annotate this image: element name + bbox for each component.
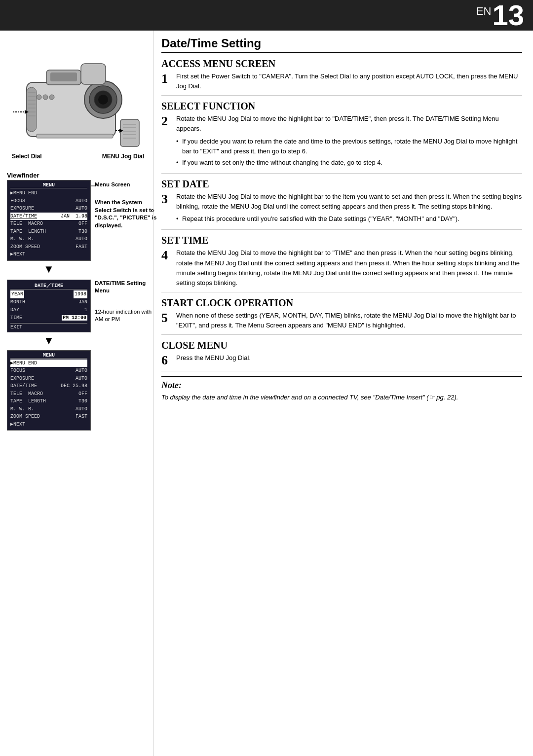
camera-svg — [12, 43, 140, 161]
header-bar: EN 13 — [0, 0, 533, 31]
step-text-2: Rotate the MENU Jog Dial to move the hig… — [176, 114, 522, 134]
step-row-2: 2 Rotate the MENU Jog Dial to move the h… — [161, 114, 522, 169]
menu-row-highlighted-2: ▶MENU END — [10, 360, 87, 367]
note-title-text: NOTE: — [161, 380, 182, 390]
menu-row: FOCUSAUTO — [10, 367, 87, 375]
menu-row: M. W. B.AUTO — [10, 235, 87, 243]
when-system-annotation: When the System Select Switch is set to … — [95, 199, 159, 229]
viewfinder-section: Viewfinder MENU ▶MENU END FOCUSAUTO EXPO… — [7, 172, 148, 431]
bullet-item: If you want to set only the time without… — [176, 158, 522, 168]
section-set-date: SET DATE 3 Rotate the MENU Jog Dial to m… — [161, 179, 522, 230]
note-section: NOTE: To display the date and time in th… — [161, 376, 522, 402]
dt-row-year: YEAR 1998 — [10, 290, 87, 298]
select-dial-label: Select Dial — [12, 153, 42, 160]
svg-point-9 — [43, 95, 48, 100]
section-select-function: SELECT FUNCTION 2 Rotate the MENU Jog Di… — [161, 101, 522, 174]
menu-row: ZOOM SPEEDFAST — [10, 413, 87, 421]
menu-row: M. W. B.AUTO — [10, 405, 87, 413]
menu-row: EXPOSUREAUTO — [10, 205, 87, 213]
dt-menu-box: DATE／TIME YEAR 1998 MONTHJAN DAY1 TIMEPM… — [7, 280, 91, 332]
step-text-1: First set the Power Switch to "CAMERA". … — [176, 72, 522, 91]
menu-row: EXPOSUREAUTO — [10, 375, 87, 383]
menu-title-2: MENU — [10, 353, 87, 359]
step-row-3: 3 Rotate the MENU Jog Dial to move the h… — [161, 192, 522, 225]
dt-menu-title: DATE／TIME — [10, 282, 87, 289]
note-title: NOTE: — [161, 380, 522, 391]
en-label: EN — [476, 5, 492, 18]
arrow-down-1: ▼ — [7, 263, 91, 276]
camera-illustration: Select Dial MENU Jog Dial — [7, 36, 145, 169]
hour-annotation: 12-hour indication with AM or PM — [95, 308, 154, 324]
menu-row: TELE MACROOFF — [10, 220, 87, 228]
step-num-2: 2 — [161, 115, 172, 128]
step-num-4: 4 — [161, 249, 172, 262]
page-title: Date/Time Setting — [161, 36, 522, 53]
menu-row-highlighted: DATE/TIMEJAN 1.98 — [10, 213, 87, 220]
bullet-list-3: Repeat this procedure until you're satis… — [176, 214, 522, 224]
left-panel: Select Dial MENU Jog Dial Viewfinder MEN… — [0, 31, 153, 756]
menu-row: TAPE LENGTHT30 — [10, 228, 87, 236]
section-set-time: SET TIME 4 Rotate the MENU Jog Dial to m… — [161, 235, 522, 292]
step-text-5: When none of these settings (YEAR, MONTH… — [176, 311, 522, 330]
note-text: To display the date and time in the view… — [161, 393, 522, 402]
annotation-line-1 — [91, 181, 97, 211]
bullet-item: Repeat this procedure until you're satis… — [176, 214, 522, 224]
dt-setting-annotation: DATE/TIME Setting Menu — [95, 280, 159, 295]
arrow-down-2: ▼ — [7, 334, 91, 347]
svg-rect-11 — [27, 87, 37, 132]
svg-rect-6 — [50, 72, 77, 81]
step-row-4: 4 Rotate the MENU Jog Dial to move the h… — [161, 248, 522, 288]
menu-row: ZOOM SPEEDFAST — [10, 243, 87, 251]
step-num-6: 6 — [161, 354, 172, 367]
step-num-5: 5 — [161, 312, 172, 324]
menu-screen-annotation: Menu Screen — [95, 181, 159, 188]
menu-row: TELE MACROOFF — [10, 390, 87, 398]
menu-row: ▶NEXT — [10, 421, 87, 429]
step-num-3: 3 — [161, 193, 172, 206]
dt-row-day: DAY1 — [10, 306, 87, 314]
dt-row-month: MONTHJAN — [10, 298, 87, 306]
dt-exit: EXIT — [10, 323, 87, 330]
svg-rect-22 — [120, 119, 139, 146]
menu-row: DATE/TIMEDEC 25.98 — [10, 382, 87, 390]
heading-set-date: SET DATE — [161, 179, 522, 190]
menu-screen-box-2: MENU ▶MENU END FOCUSAUTO EXPOSUREAUTO DA… — [7, 350, 91, 431]
step-row-1: 1 First set the Power Switch to "CAMERA"… — [161, 72, 522, 91]
step-text-6: Press the MENU Jog Dial. — [176, 353, 522, 363]
heading-select-function: SELECT FUNCTION — [161, 101, 522, 112]
menu-row: FOCUSAUTO — [10, 197, 87, 205]
svg-rect-19 — [37, 134, 113, 138]
bullet-list-2: If you decide you want to return the dat… — [176, 137, 522, 168]
menu-row: ▶MENU END — [10, 189, 87, 197]
step-row-5: 5 When none of these settings (YEAR, MON… — [161, 311, 522, 330]
step-num-1: 1 — [161, 72, 172, 85]
heading-set-time: SET TIME — [161, 235, 522, 246]
menu-title-1: MENU — [10, 182, 87, 188]
svg-point-4 — [98, 95, 108, 105]
section-close-menu: CLOSE MENU 6 Press the MENU Jog Dial. — [161, 340, 522, 371]
right-panel: Date/Time Setting ACCESS MENU SCREEN 1 F… — [153, 31, 533, 756]
step-text-4: Rotate the MENU Jog Dial to move the hig… — [176, 248, 522, 288]
heading-close-menu: CLOSE MENU — [161, 340, 522, 351]
menu-screen-box: MENU ▶MENU END FOCUSAUTO EXPOSUREAUTO DA… — [7, 180, 91, 261]
section-access-menu: ACCESS MENU SCREEN 1 First set the Power… — [161, 58, 522, 96]
svg-point-8 — [37, 95, 41, 100]
page-number: 13 — [492, 1, 524, 30]
viewfinder-label: Viewfinder — [7, 172, 148, 179]
section-start-clock: START CLOCK OPERATION 5 When none of the… — [161, 297, 522, 335]
svg-rect-7 — [81, 64, 106, 84]
dt-row-time: TIMEPM 12:00 — [10, 314, 87, 322]
heading-start-clock: START CLOCK OPERATION — [161, 297, 522, 309]
heading-access-menu: ACCESS MENU SCREEN — [161, 58, 522, 70]
menu-row: ▶NEXT — [10, 251, 87, 258]
bullet-item: If you decide you want to return the dat… — [176, 137, 522, 156]
menu-jog-label: MENU Jog Dial — [102, 153, 144, 160]
step-row-6: 6 Press the MENU Jog Dial. — [161, 353, 522, 367]
step-text-3: Rotate the MENU Jog Dial to move the hig… — [176, 192, 522, 212]
menu-row: TAPE LENGTHT30 — [10, 397, 87, 405]
svg-point-10 — [49, 95, 54, 100]
